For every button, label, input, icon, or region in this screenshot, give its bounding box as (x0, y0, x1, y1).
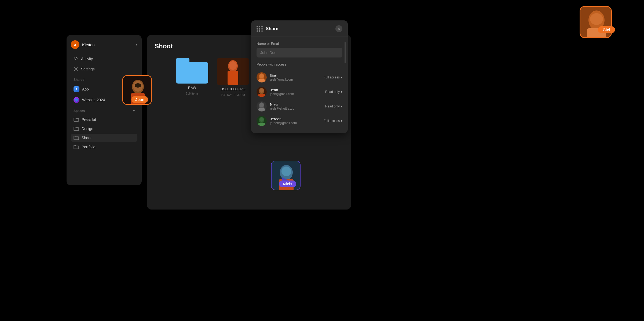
folder-thumbnail (176, 58, 208, 84)
share-email-input[interactable] (257, 48, 342, 57)
sidebar-item-settings[interactable]: Settings (71, 64, 137, 74)
file-thumbnail (217, 58, 249, 85)
sidebar-username: Kirsten (82, 42, 95, 47)
person-info-giel: Giel giel@gmail.com (270, 73, 320, 81)
person-name-giel: Giel (270, 73, 320, 78)
chevron-down-icon: ▾ (341, 104, 342, 108)
person-info-jean: Jean jean@gmail.com (270, 88, 322, 96)
chevron-down-icon: ▾ (341, 75, 342, 79)
chevron-down-icon[interactable]: ▾ (136, 43, 137, 46)
file-date: 10/11/28 10:39PM (221, 93, 245, 96)
web-icon: 🌐 (74, 97, 79, 103)
person-row-jean: Jean jean@gmail.com Read only ▾ (257, 85, 342, 99)
person-row-giel: Giel giel@gmail.com Full access ▾ (257, 70, 342, 85)
svg-rect-26 (258, 94, 265, 97)
svg-point-9 (135, 83, 141, 88)
svg-rect-34 (258, 123, 265, 126)
app-icon: A (74, 86, 79, 92)
chevron-down-icon: ▾ (341, 119, 342, 123)
svg-point-21 (259, 74, 264, 78)
file-dsc[interactable]: DSC_0000.JPG 10/11/28 10:39PM (217, 58, 249, 96)
person-avatar-jeroen (257, 116, 267, 126)
person-avatar-jean (257, 87, 267, 97)
svg-rect-22 (258, 79, 265, 82)
giel-corner-avatar[interactable] (580, 6, 612, 38)
folder-count: 218 items (186, 92, 199, 95)
access-giel[interactable]: Full access ▾ (324, 75, 342, 79)
svg-point-33 (259, 117, 264, 122)
person-avatar-niels (257, 101, 267, 111)
svg-point-29 (259, 103, 264, 107)
user-avatar: a (71, 40, 79, 49)
spaces-chevron-icon[interactable]: ▾ (133, 109, 135, 113)
folder-icon (74, 136, 79, 140)
sidebar-header: a Kirsten ▾ (71, 40, 137, 49)
person-name-jean: Jean (270, 88, 322, 92)
activity-icon (74, 56, 78, 61)
svg-rect-30 (258, 108, 265, 111)
sidebar-item-design[interactable]: Design (71, 125, 137, 133)
people-with-access-label: People with access (257, 62, 342, 66)
sidebar: a Kirsten ▾ Activity Settings Shared A A… (67, 35, 142, 185)
access-jean[interactable]: Read only ▾ (325, 90, 342, 94)
spaces-section-header: Spaces ▾ (71, 106, 137, 114)
person-avatar-giel (257, 72, 267, 82)
person-row-jeroen: Jeroen jeroen@gmail.com Full access ▾ (257, 114, 342, 128)
giel-portrait (580, 7, 612, 38)
folder-raw[interactable]: RAW 218 items (176, 58, 208, 95)
sidebar-item-activity[interactable]: Activity (71, 54, 137, 63)
file-name: DSC_0000.JPG (221, 87, 246, 91)
share-panel-header: Share × (251, 20, 348, 37)
giel-corner-label: Giel (598, 26, 615, 33)
scrollbar[interactable] (345, 42, 346, 63)
spaces-label: Spaces (74, 109, 85, 113)
person-email-jeroen: jeroen@gmail.com (270, 121, 320, 125)
settings-icon (74, 67, 78, 71)
share-close-button[interactable]: × (335, 25, 342, 32)
svg-point-4 (229, 61, 237, 70)
person-email-giel: giel@gmail.com (270, 78, 320, 81)
svg-point-17 (590, 13, 603, 25)
share-header-left: Share (257, 26, 278, 32)
svg-rect-3 (228, 71, 238, 85)
person-row-niels: Niels niels@shuttle.zip Read only ▾ (257, 99, 342, 114)
sidebar-item-shoot[interactable]: Shoot (71, 134, 137, 142)
grid-dots-icon (257, 26, 263, 32)
folder-name: RAW (188, 86, 196, 90)
file-preview (217, 58, 249, 85)
folder-icon (74, 145, 79, 149)
folder-icon (74, 117, 79, 122)
share-panel: Share × Name or Email People with access… (251, 20, 348, 133)
share-panel-body: Name or Email People with access Giel gi… (251, 37, 348, 133)
sidebar-item-portfolio[interactable]: Portfolio (71, 143, 137, 151)
person-info-niels: Niels niels@shuttle.zip (270, 102, 322, 110)
share-panel-title: Share (266, 26, 278, 31)
person-name-niels: Niels (270, 102, 322, 107)
folder-icon (74, 127, 79, 131)
svg-point-0 (75, 68, 77, 70)
access-niels[interactable]: Read only ▾ (325, 104, 342, 108)
person-name-jeroen: Jeroen (270, 117, 320, 121)
file-image-art (217, 58, 249, 85)
person-info-jeroen: Jeroen jeroen@gmail.com (270, 117, 320, 125)
input-label: Name or Email (257, 42, 342, 46)
svg-point-13 (281, 167, 291, 176)
svg-point-25 (259, 88, 264, 93)
sidebar-header-left[interactable]: a Kirsten (71, 40, 95, 49)
access-jeroen[interactable]: Full access ▾ (324, 119, 342, 123)
sidebar-item-press-kit[interactable]: Press kit (71, 116, 137, 124)
chevron-down-icon: ▾ (341, 90, 342, 94)
person-email-niels: niels@shuttle.zip (270, 107, 322, 110)
jean-label: Jean (131, 96, 148, 103)
person-email-jean: jean@gmail.com (270, 92, 322, 96)
niels-label: Niels (279, 181, 296, 187)
